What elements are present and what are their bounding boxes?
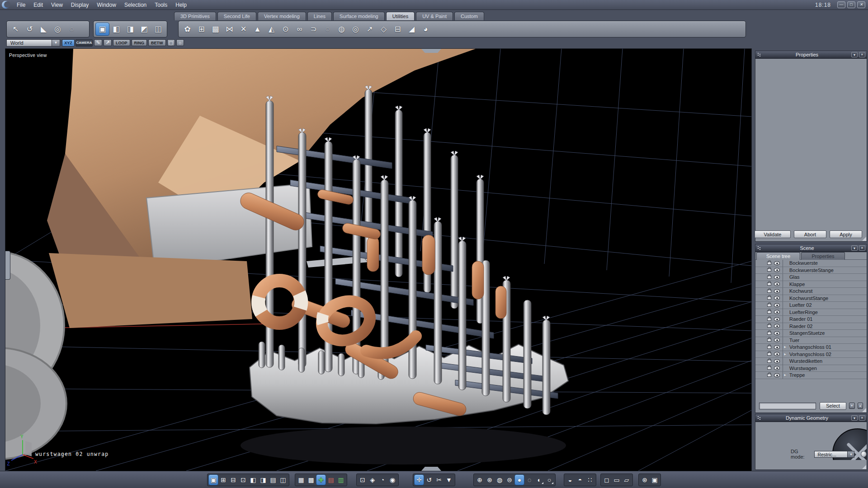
lock-icon[interactable] (767, 360, 771, 363)
render-sphere-icon[interactable]: ⊛ (640, 474, 650, 485)
menu-item[interactable]: File (13, 0, 29, 10)
lock-icon[interactable] (767, 262, 771, 265)
lock-icon[interactable] (767, 282, 771, 286)
axes-scissor-icon[interactable]: ✂ (434, 474, 444, 485)
symmetry-tool-icon[interactable]: ◭ (264, 23, 278, 36)
resize-grip[interactable] (862, 465, 866, 469)
scene-tree-item[interactable]: ▶ Wurstediketten (755, 358, 867, 365)
hemisphere-dark-icon[interactable]: ◒ (565, 474, 575, 485)
scene-tree-item[interactable]: ▶ Bockwuerste (755, 260, 867, 267)
multi-object-display-icon[interactable]: ▱ (622, 474, 632, 485)
edge-selection-mode-icon[interactable]: ◨ (123, 23, 137, 36)
flat-shaded-sphere-icon[interactable]: ◍ (495, 474, 505, 485)
lock-icon[interactable] (767, 346, 771, 349)
select-button[interactable]: Select (820, 402, 846, 410)
betw-button[interactable]: BETW (148, 39, 166, 46)
hide-ghost-tool-icon[interactable]: ◌ (321, 23, 335, 36)
panel-collapse-button[interactable]: ▼ (851, 245, 858, 251)
copy-support-tool-icon[interactable]: ⊞ (194, 23, 208, 36)
panel-collapse-button[interactable]: ▼ (851, 415, 858, 421)
scene-tree-item[interactable]: ▶ Vorhangschloss 01 (755, 344, 867, 351)
object-selection-mode-icon[interactable]: ▣ (95, 23, 109, 36)
bridge-tool-icon[interactable]: ⋈ (222, 23, 236, 36)
cylinder-cap-tool-icon[interactable]: ⊟ (391, 23, 405, 36)
scene-tree-item[interactable]: ▶ StangenStuetze (755, 330, 867, 337)
select-arrow-tool-icon[interactable]: ↖ (9, 23, 23, 36)
visibility-eye-icon[interactable] (774, 338, 780, 342)
menu-item[interactable]: Help (171, 0, 191, 10)
auto-select-arrow-icon[interactable]: ↗ (104, 39, 112, 46)
scene-tree-item[interactable]: ▶ BockwuersteStange (755, 267, 867, 274)
scene-tree-item[interactable]: ▶ Raeder 01 (755, 316, 867, 323)
validate-button[interactable]: Validate (755, 230, 791, 238)
face-cone-tool-icon[interactable]: ◣ (37, 23, 51, 36)
wireframe-hidden-sphere-icon[interactable]: ⊛ (485, 474, 495, 485)
close-button[interactable]: ✕ (857, 1, 865, 8)
panel-drag-grip[interactable] (757, 52, 761, 57)
grid-rows-red-icon[interactable]: ▤ (326, 474, 336, 485)
orbit-view-icon[interactable]: ◈ (368, 474, 377, 485)
layout-quad-view-icon[interactable]: ⊞ (218, 474, 228, 485)
grid-snap-icon[interactable]: ▦ (296, 474, 306, 485)
perspective-viewport[interactable]: Y X Z wurstwagen 02 unwrap Perspective v… (5, 49, 751, 471)
menu-item[interactable]: Window (93, 0, 120, 10)
visibility-eye-icon[interactable] (774, 275, 780, 279)
ring-sphere-tool-icon[interactable]: ◎ (51, 23, 65, 36)
menu-item[interactable]: Display (67, 0, 93, 10)
visibility-eye-icon[interactable] (774, 373, 780, 377)
dg-indicator[interactable] (861, 451, 867, 457)
panel-collapse-button[interactable]: ▼ (851, 52, 858, 57)
layout-left-split-icon[interactable]: ◧ (248, 474, 258, 485)
scene-tree-item[interactable]: ▶ Klappe (755, 281, 867, 288)
visibility-eye-icon[interactable] (774, 310, 780, 314)
layout-top-wide-icon[interactable]: ⊟ (228, 474, 238, 485)
visibility-eye-icon[interactable] (774, 261, 780, 265)
show-ghost-tool-icon[interactable]: ◍ (335, 23, 349, 36)
dynamic-geometry-header[interactable]: Dynamic Geometry ▼ ✕ (755, 414, 867, 422)
chain-link-tool-icon[interactable]: ∞ (292, 23, 307, 36)
rectangle-select-icon[interactable]: ▢ (167, 39, 175, 46)
visibility-eye-icon[interactable] (774, 289, 780, 293)
visibility-eye-icon[interactable] (774, 366, 780, 370)
textured-sphere-icon[interactable]: ◐ (534, 474, 544, 485)
visibility-eye-icon[interactable] (774, 352, 780, 356)
tab-surface-modeling[interactable]: Surface modeling (333, 12, 385, 20)
chevron-down-icon[interactable]: ▼ (52, 39, 60, 47)
material-white-sphere-icon[interactable]: ○ (544, 474, 554, 485)
smooth-shaded-sphere-icon[interactable]: ● (514, 474, 524, 485)
menu-item[interactable]: Edit (29, 0, 47, 10)
scene-tree-item[interactable]: ▶ LuefterRinge (755, 309, 867, 316)
zoom-view-icon[interactable]: ◔ (377, 474, 387, 485)
panel-close-button[interactable]: ✕ (859, 245, 865, 251)
cylinder-display-icon[interactable]: ▭ (612, 474, 622, 485)
scene-tree-item[interactable]: ▶ Wurstwagen (755, 365, 867, 372)
quad-lobes-icon[interactable]: ∷ (585, 474, 595, 485)
scene-tree-item[interactable]: ▶ Tuer (755, 337, 867, 344)
resize-grip[interactable] (862, 237, 866, 241)
visibility-eye-icon[interactable] (774, 331, 780, 335)
snapshot-camera-icon[interactable]: ▣ (650, 474, 660, 485)
visibility-eye-icon[interactable] (774, 268, 780, 272)
xyz-toggle-button[interactable]: XYZ (62, 39, 75, 47)
lock-grid-icon[interactable]: ▩ (306, 474, 316, 485)
lock-icon[interactable] (767, 276, 771, 279)
tab-lines[interactable]: Lines (307, 12, 332, 20)
torus-knot-tool-icon[interactable]: ✿ (180, 23, 194, 36)
auto-select-pen-icon[interactable]: ✎ (94, 39, 102, 46)
visibility-eye-icon[interactable] (774, 359, 780, 363)
world-dropdown[interactable]: World ▼ (6, 39, 60, 47)
vertex-selection-mode-icon[interactable]: ◩ (137, 23, 151, 36)
lock-icon[interactable] (767, 324, 771, 328)
layout-right-split-icon[interactable]: ◨ (258, 474, 268, 485)
thickness-tool-icon[interactable]: ⊙ (278, 23, 292, 36)
move-down-button[interactable]: ▼ (849, 403, 854, 409)
visibility-eye-icon[interactable] (774, 282, 780, 286)
axes-bent-icon[interactable]: ↺ (424, 474, 434, 485)
shaded-wire-sphere-icon[interactable]: ⊜ (505, 474, 514, 485)
lock-icon[interactable] (767, 318, 771, 321)
element-selection-mode-icon[interactable]: ◫ (151, 23, 165, 36)
abort-button[interactable]: Abort (794, 230, 826, 238)
polygon-fan-tool-icon[interactable]: ◇ (377, 23, 391, 36)
fit-view-icon[interactable]: ⊡ (358, 474, 368, 485)
tab-vertex-modeling[interactable]: Vertex modeling (258, 12, 306, 20)
